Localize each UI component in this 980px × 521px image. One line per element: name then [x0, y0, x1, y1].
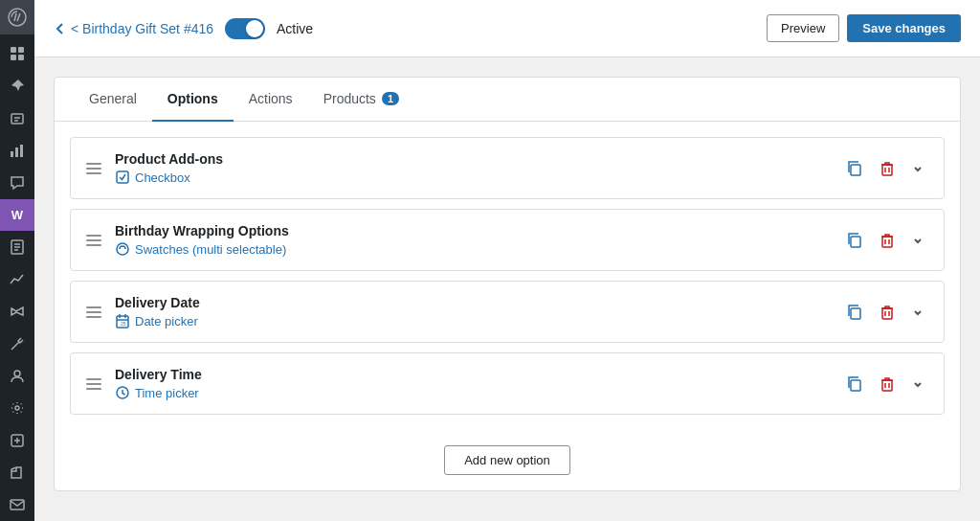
checkbox-icon — [115, 170, 130, 185]
expand-button-delivery-date[interactable] — [907, 302, 928, 323]
option-actions-product-add-ons — [842, 156, 928, 181]
sidebar-item-tools[interactable] — [0, 328, 34, 360]
svg-rect-23 — [882, 308, 892, 319]
svg-point-11 — [15, 406, 19, 410]
option-row-birthday-wrapping: Birthday Wrapping Options Swatches (mult… — [70, 209, 945, 271]
expand-button-delivery-time[interactable] — [907, 374, 928, 395]
svg-rect-7 — [15, 147, 18, 157]
add-option-section: Add new option — [55, 430, 960, 490]
tab-options[interactable]: Options — [152, 78, 234, 122]
delete-button-product-add-ons[interactable] — [875, 156, 900, 181]
drag-handle-product-add-ons[interactable] — [86, 163, 101, 174]
svg-point-17 — [117, 243, 128, 255]
option-type-delivery-time: Time picker — [115, 385, 829, 400]
svg-rect-14 — [117, 171, 128, 183]
delete-button-delivery-date[interactable] — [875, 300, 900, 325]
clock-icon — [115, 385, 130, 400]
option-row-product-add-ons: Product Add-ons Checkbox — [70, 137, 945, 199]
sidebar-item-extensions[interactable] — [0, 424, 34, 457]
svg-rect-5 — [11, 114, 23, 124]
duplicate-button-delivery-date[interactable] — [842, 300, 867, 325]
svg-rect-13 — [11, 500, 24, 510]
header-right: Preview Save changes — [767, 14, 961, 42]
svg-rect-3 — [11, 55, 16, 60]
tab-actions[interactable]: Actions — [234, 78, 308, 122]
options-list: Product Add-ons Checkbox — [55, 122, 960, 430]
svg-text:25: 25 — [121, 321, 126, 327]
svg-rect-19 — [882, 237, 892, 247]
duplicate-button-delivery-time[interactable] — [842, 372, 867, 396]
page-header: < Birthday Gift Set #416 Active Preview … — [34, 0, 980, 57]
drag-handle-delivery-date[interactable] — [86, 306, 101, 318]
drag-handle-delivery-time[interactable] — [86, 378, 101, 390]
option-row-delivery-time: Delivery Time Time picker — [70, 352, 945, 415]
svg-point-10 — [14, 371, 20, 376]
option-info-delivery-time: Delivery Time Time picker — [115, 367, 829, 400]
option-type-delivery-date: 25 Date picker — [115, 313, 829, 328]
active-toggle[interactable] — [225, 18, 265, 39]
duplicate-button-birthday-wrapping[interactable] — [842, 228, 867, 253]
tab-products[interactable]: Products 1 — [308, 78, 414, 122]
svg-rect-16 — [882, 165, 892, 175]
sidebar-item-dashboard[interactable] — [0, 38, 34, 71]
svg-rect-22 — [851, 308, 860, 319]
products-tab-badge: 1 — [382, 92, 399, 105]
duplicate-button-product-add-ons[interactable] — [842, 156, 867, 181]
header-left: < Birthday Gift Set #416 Active — [54, 18, 313, 39]
option-name-birthday-wrapping: Birthday Wrapping Options — [115, 223, 829, 238]
svg-rect-15 — [851, 165, 860, 175]
option-info-delivery-date: Delivery Date 25 Date picker — [115, 295, 829, 328]
main-panel: General Options Actions Products 1 — [54, 77, 961, 491]
sidebar-item-marketing[interactable] — [0, 296, 34, 328]
svg-rect-25 — [851, 380, 860, 391]
option-actions-birthday-wrapping — [842, 228, 928, 253]
svg-rect-2 — [18, 47, 24, 53]
sidebar-item-mail[interactable] — [0, 488, 34, 521]
option-name-delivery-time: Delivery Time — [115, 367, 829, 382]
calendar-icon: 25 — [115, 313, 130, 328]
svg-rect-4 — [18, 55, 24, 60]
option-type-product-add-ons: Checkbox — [115, 170, 829, 185]
save-changes-button[interactable]: Save changes — [847, 14, 961, 42]
active-status-label: Active — [277, 21, 313, 36]
tab-bar: General Options Actions Products 1 — [55, 78, 960, 122]
sidebar-item-settings[interactable] — [0, 392, 34, 424]
page-title: < Birthday Gift Set #416 — [71, 21, 213, 36]
sidebar-item-woo[interactable]: W — [0, 199, 34, 232]
delete-button-birthday-wrapping[interactable] — [875, 228, 900, 253]
option-actions-delivery-date — [842, 300, 928, 325]
sidebar-item-files[interactable] — [0, 457, 34, 489]
main-content: < Birthday Gift Set #416 Active Preview … — [34, 0, 980, 521]
svg-rect-26 — [882, 380, 892, 391]
option-info-product-add-ons: Product Add-ons Checkbox — [115, 151, 829, 185]
sidebar-item-pages[interactable] — [0, 231, 34, 263]
wp-logo — [0, 0, 34, 34]
option-name-product-add-ons: Product Add-ons — [115, 151, 829, 167]
option-actions-delivery-time — [842, 372, 928, 396]
option-name-delivery-date: Delivery Date — [115, 295, 829, 310]
sidebar-item-orders[interactable] — [0, 102, 34, 135]
svg-rect-8 — [20, 145, 23, 157]
option-info-birthday-wrapping: Birthday Wrapping Options Swatches (mult… — [115, 223, 829, 257]
preview-button[interactable]: Preview — [767, 14, 839, 42]
sidebar-item-comments[interactable] — [0, 167, 34, 199]
sidebar-item-pin[interactable] — [0, 70, 34, 102]
sidebar-item-analytics[interactable] — [0, 134, 34, 167]
back-button[interactable]: < Birthday Gift Set #416 — [54, 21, 213, 36]
toggle-track — [225, 18, 265, 39]
sidebar: W — [0, 0, 34, 521]
delete-button-delivery-time[interactable] — [875, 372, 900, 396]
toggle-thumb — [246, 20, 263, 37]
drag-handle-birthday-wrapping[interactable] — [86, 235, 101, 246]
swatches-icon — [115, 241, 130, 257]
tab-general[interactable]: General — [74, 78, 152, 122]
sidebar-item-users[interactable] — [0, 360, 34, 393]
svg-rect-18 — [851, 237, 860, 247]
add-new-option-button[interactable]: Add new option — [444, 445, 570, 475]
svg-rect-6 — [11, 151, 13, 157]
expand-button-birthday-wrapping[interactable] — [907, 230, 928, 251]
expand-button-product-add-ons[interactable] — [907, 158, 928, 179]
sidebar-item-reports[interactable] — [0, 263, 34, 296]
svg-rect-1 — [11, 47, 16, 53]
page-content: General Options Actions Products 1 — [34, 57, 980, 521]
